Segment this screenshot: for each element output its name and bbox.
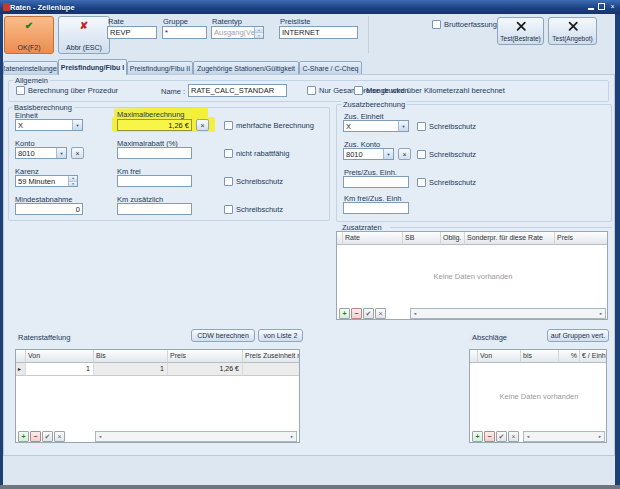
- auf-gruppen-verteilen-button[interactable]: auf Gruppen vert.: [547, 329, 609, 342]
- km-zusaetzlich-input[interactable]: [117, 203, 192, 215]
- bruttoerfassung-checkbox[interactable]: [432, 20, 441, 29]
- column-header-preis[interactable]: Preis: [555, 232, 608, 245]
- schreibschutz-checkbox[interactable]: [224, 205, 233, 214]
- zus-einheit-select[interactable]: X ▼: [343, 120, 409, 132]
- tab-preisfindung-fibu-1[interactable]: Preisfindung/Fibu I: [58, 59, 127, 75]
- schreibschutz-checkbox[interactable]: [417, 150, 426, 159]
- add-row-button[interactable]: +: [339, 308, 350, 319]
- mindestabnahme-input[interactable]: [15, 203, 83, 215]
- table-cell-preis-zuseinheit[interactable]: [243, 363, 300, 376]
- konto-clear-button[interactable]: ×: [71, 147, 84, 159]
- bruttoerfassung-checkbox-row[interactable]: Bruttoerfassung: [432, 20, 497, 29]
- nicht-rabattfaehig-checkbox[interactable]: [224, 149, 233, 158]
- konto-select[interactable]: 8010 ▼: [15, 147, 67, 159]
- column-header[interactable]: [16, 350, 26, 363]
- nicht-rabattfaehig-checkbox-row[interactable]: nicht rabattfähig: [224, 149, 289, 158]
- column-header-bis[interactable]: bis: [521, 350, 559, 363]
- von-liste-2-button[interactable]: von Liste 2: [258, 329, 303, 342]
- ok-button[interactable]: ✔ OK(F2): [4, 16, 54, 54]
- mehrfache-berechnung-checkbox-row[interactable]: mehrfache Berechnung: [224, 121, 314, 130]
- column-header-preis[interactable]: Preis: [168, 350, 243, 363]
- ratenstaffelung-table: Von Bis Preis Preis Zuseinheit na ► 1 1 …: [15, 349, 300, 443]
- column-header[interactable]: [470, 350, 478, 363]
- scroll-right-icon: ►: [290, 434, 294, 439]
- title-bar: Raten - Zeilenlupe ×: [0, 0, 620, 14]
- preisliste-input[interactable]: [279, 26, 358, 39]
- spinner-arrows[interactable]: ▲ ▼: [254, 27, 263, 38]
- column-header-sb[interactable]: SB: [403, 232, 441, 245]
- test-bestrate-button[interactable]: Test(Bestrate): [497, 17, 544, 45]
- column-header-euro-einh[interactable]: € / Einh.: [580, 350, 607, 363]
- test-angebot-button[interactable]: Test(Angebot): [548, 17, 597, 45]
- column-header-von[interactable]: Von: [26, 350, 94, 363]
- zus-konto-select[interactable]: 8010 ▼: [343, 148, 394, 160]
- cancel-edit-button[interactable]: ×: [508, 431, 519, 442]
- cdw-berechnen-button[interactable]: CDW berechnen: [191, 329, 255, 342]
- add-row-button[interactable]: +: [18, 431, 29, 442]
- check-icon: ✔: [25, 20, 33, 31]
- zus-konto-clear-button[interactable]: ×: [398, 148, 411, 160]
- berechnung-prozedur-checkbox[interactable]: [16, 86, 25, 95]
- schreibschutz-checkbox[interactable]: [224, 177, 233, 186]
- maximalberechnung-clear-button[interactable]: ×: [196, 119, 209, 131]
- schreibschutz-checkbox[interactable]: [417, 178, 426, 187]
- spinner-arrows[interactable]: ▲ ▼: [68, 176, 77, 186]
- confirm-edit-button[interactable]: ✔: [42, 431, 53, 442]
- horizontal-scrollbar[interactable]: ◄ ►: [523, 431, 605, 442]
- karenz-spinner[interactable]: 59 Minuten ▲ ▼: [15, 175, 78, 187]
- zus-schreibschutz-checkbox-row-1[interactable]: Schreibschutz: [417, 122, 476, 131]
- column-header-von[interactable]: Von: [478, 350, 521, 363]
- tab-label: Preisfindung/Fibu II: [130, 65, 190, 72]
- menge-kilometer-checkbox[interactable]: [354, 86, 363, 95]
- row-marker-icon: ►: [16, 363, 26, 376]
- cancel-edit-button[interactable]: ×: [54, 431, 65, 442]
- cancel-edit-button[interactable]: ×: [375, 308, 386, 319]
- schreibschutz-checkbox-row-2[interactable]: Schreibschutz: [224, 205, 283, 214]
- preis-zus-einh-input[interactable]: [343, 176, 409, 188]
- column-header-oblig[interactable]: Oblig.: [441, 232, 465, 245]
- tab-c-share-c-cheq[interactable]: C-Share / C-Cheq: [299, 61, 362, 75]
- ratentyp-spinner[interactable]: Ausgang(Ver ▲ ▼: [211, 26, 264, 39]
- table-cell-von[interactable]: 1: [26, 363, 94, 376]
- schreibschutz-checkbox[interactable]: [417, 122, 426, 131]
- confirm-edit-button[interactable]: ✔: [363, 308, 374, 319]
- name-input[interactable]: [188, 84, 287, 97]
- delete-row-button[interactable]: −: [351, 308, 362, 319]
- column-header-rate[interactable]: Rate: [343, 232, 403, 245]
- tab-label: Zugehörige Stationen/Gültigkeit: [197, 65, 295, 72]
- km-frei-input[interactable]: [117, 175, 192, 187]
- tab-preisfindung-fibu-2[interactable]: Preisfindung/Fibu II: [127, 61, 193, 75]
- column-header-preis-zuseinheit[interactable]: Preis Zuseinheit na: [243, 350, 300, 363]
- rate-input[interactable]: [107, 26, 157, 39]
- minimize-button[interactable]: [588, 3, 594, 10]
- table-cell-preis[interactable]: 1,26 €: [168, 363, 243, 376]
- menge-kilometer-checkbox-row[interactable]: Menge wird über Kilometerzahl berechnet: [354, 86, 505, 95]
- tab-stationen-gueltigkeit[interactable]: Zugehörige Stationen/Gültigkeit: [193, 61, 299, 75]
- gruppe-input[interactable]: [162, 26, 207, 39]
- delete-row-button[interactable]: −: [484, 431, 495, 442]
- cancel-button[interactable]: ✘ Abbr (ESC): [58, 16, 110, 54]
- km-frei-zus-einh-input[interactable]: [343, 202, 409, 214]
- table-cell-bis[interactable]: 1: [94, 363, 168, 376]
- berechnung-prozedur-checkbox-row[interactable]: Berechnung über Prozedur: [16, 86, 118, 95]
- delete-row-button[interactable]: −: [30, 431, 41, 442]
- tab-rateneinstellungen[interactable]: Rateneinstellungen: [3, 61, 58, 75]
- gesamtpreise-checkbox[interactable]: [307, 86, 316, 95]
- column-header-bis[interactable]: Bis: [94, 350, 168, 363]
- column-header-prozent[interactable]: %: [559, 350, 580, 363]
- zus-schreibschutz-checkbox-row-3[interactable]: Schreibschutz: [417, 178, 476, 187]
- mehrfache-berechnung-checkbox[interactable]: [224, 121, 233, 130]
- zus-einheit-value: X: [346, 122, 351, 131]
- confirm-edit-button[interactable]: ✔: [496, 431, 507, 442]
- zus-schreibschutz-checkbox-row-2[interactable]: Schreibschutz: [417, 150, 476, 159]
- einheit-select[interactable]: X ▼: [15, 119, 83, 131]
- schreibschutz-checkbox-row-1[interactable]: Schreibschutz: [224, 177, 283, 186]
- column-header-sonderpreis[interactable]: Sonderpr. für diese Rate: [465, 232, 555, 245]
- maximalberechnung-input[interactable]: [117, 119, 192, 131]
- horizontal-scrollbar[interactable]: ◄ ►: [410, 308, 606, 319]
- horizontal-scrollbar[interactable]: ◄ ►: [95, 431, 297, 442]
- close-button[interactable]: ×: [608, 2, 617, 10]
- add-row-button[interactable]: +: [472, 431, 483, 442]
- maximalrabatt-input[interactable]: [117, 147, 192, 159]
- maximize-button[interactable]: [598, 3, 605, 10]
